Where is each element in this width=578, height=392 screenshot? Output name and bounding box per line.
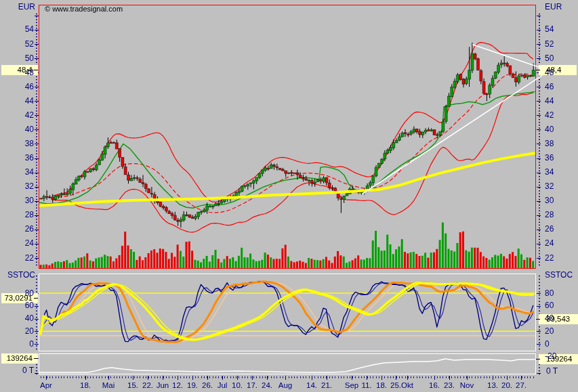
price-tick-label-left: 36	[0, 154, 34, 162]
price-tick-label-left: 32	[0, 182, 34, 191]
price-tick-label-right: 22	[545, 254, 554, 263]
x-axis-label: 10.	[232, 381, 243, 389]
x-axis-label: 16.	[429, 381, 440, 389]
x-axis-label: 15.	[127, 381, 138, 389]
x-axis-label: 26.	[202, 381, 213, 389]
price-tick-label-left: 50	[0, 54, 34, 63]
volume-average-panel[interactable]	[39, 353, 536, 374]
sstoc-tick-label-left: 60	[0, 301, 34, 310]
x-axis-label: 17.	[247, 381, 257, 389]
sstoc-right-title: SSTOC	[545, 270, 573, 280]
price-tick-label-left: 30	[0, 196, 34, 205]
sstoc-right-value: 39,543	[546, 314, 570, 324]
volume-zero-label-right: 0 T	[546, 367, 558, 376]
sstoc-left-title: SSTOC	[0, 270, 35, 280]
x-axis-label: 21.	[321, 381, 332, 389]
price-tick-label-left: 42	[0, 111, 34, 120]
x-axis-label: Jul	[218, 381, 228, 389]
price-tick-label-left: 28	[0, 211, 34, 219]
price-tick-label-left: 54	[0, 25, 34, 34]
x-axis-label: 25.	[390, 381, 401, 389]
sstoc-tick-label-left: 0	[0, 340, 34, 349]
price-tick-label-right: 32	[545, 182, 554, 191]
x-axis-label: 18.	[376, 381, 387, 389]
x-axis-label: 24.	[262, 381, 272, 389]
price-tick-label-right: 52	[545, 40, 554, 49]
price-tick-label-right: 28	[545, 211, 554, 219]
price-tick-label-right: 46	[545, 83, 554, 91]
price-tick-label-right: 50	[545, 54, 554, 63]
sstoc-left-value: 73,0291	[1, 293, 33, 303]
x-axis-label: 22.	[142, 381, 153, 389]
x-axis-label: 13.	[487, 381, 498, 389]
x-axis-label: Apr	[40, 381, 52, 389]
price-tick-label-left: 22	[0, 254, 34, 263]
x-axis-label: Aug	[278, 381, 292, 389]
sstoc-tick-label-right: 20	[545, 327, 554, 336]
x-axis-label: 18.	[80, 381, 91, 389]
right-axis-title: EUR	[545, 2, 562, 12]
price-last-value-left: 48,4	[1, 65, 33, 74]
price-tick-label-right: 40	[545, 125, 554, 134]
sstoc-panel[interactable]	[39, 274, 536, 351]
volume-value-left: 139264	[1, 353, 33, 363]
price-tick-label-right: 42	[545, 111, 554, 120]
price-tick-label-left: 40	[0, 125, 34, 134]
price-tick-label-right: 54	[545, 25, 554, 34]
x-axis-label: Jun	[157, 381, 169, 389]
price-last-value-right: 48,4	[546, 65, 561, 74]
price-tick-label-right: 24	[545, 239, 554, 248]
x-axis-label: Mai	[102, 381, 115, 389]
price-tick-label-left: 26	[0, 225, 34, 234]
price-tick-label-left: 38	[0, 139, 34, 148]
price-tick-label-left: 46	[0, 83, 34, 91]
sstoc-tick-label-right: 60	[545, 301, 554, 310]
price-tick-label-left: 24	[0, 239, 34, 248]
price-tick-label-left: 52	[0, 40, 34, 49]
x-axis-label: 14.	[306, 381, 317, 389]
x-axis-label: 27.	[516, 381, 527, 389]
sstoc-tick-label-right: 80	[545, 289, 554, 298]
x-axis-label: 12.	[172, 381, 183, 389]
x-axis-label: Nov	[460, 381, 474, 389]
price-tick-label-right: 38	[545, 139, 554, 148]
tradesignal-chart-window: EUR EUR SSTOC SSTOC © www.tradesignal.co…	[0, 0, 578, 392]
sstoc-tick-label-right: 0	[545, 340, 550, 349]
left-axis-title: EUR	[0, 2, 35, 12]
price-tick-label-left: 44	[0, 97, 34, 106]
sstoc-tick-label-left: 40	[0, 314, 34, 323]
price-tick-label-right: 44	[545, 97, 554, 106]
x-axis-label: 19.	[187, 381, 198, 389]
sstoc-tick-label-left: 20	[0, 327, 34, 336]
x-axis-label: 20.	[501, 381, 512, 389]
price-tick-label-right: 34	[545, 168, 554, 177]
price-tick-label-right: 30	[545, 196, 554, 205]
price-tick-label-left: 34	[0, 168, 34, 177]
x-axis-label: Okt	[401, 381, 413, 389]
price-tick-label-right: 26	[545, 225, 554, 234]
volume-zero-label-left: 0 T	[0, 366, 34, 375]
price-tick-label-right: 36	[545, 154, 554, 162]
price-panel[interactable]	[39, 5, 536, 269]
x-axis-label: 11.	[361, 381, 371, 389]
x-axis-label: Sep	[345, 381, 358, 389]
volume-value-right: 139264	[546, 354, 572, 364]
x-axis-label: 23.	[444, 381, 455, 389]
